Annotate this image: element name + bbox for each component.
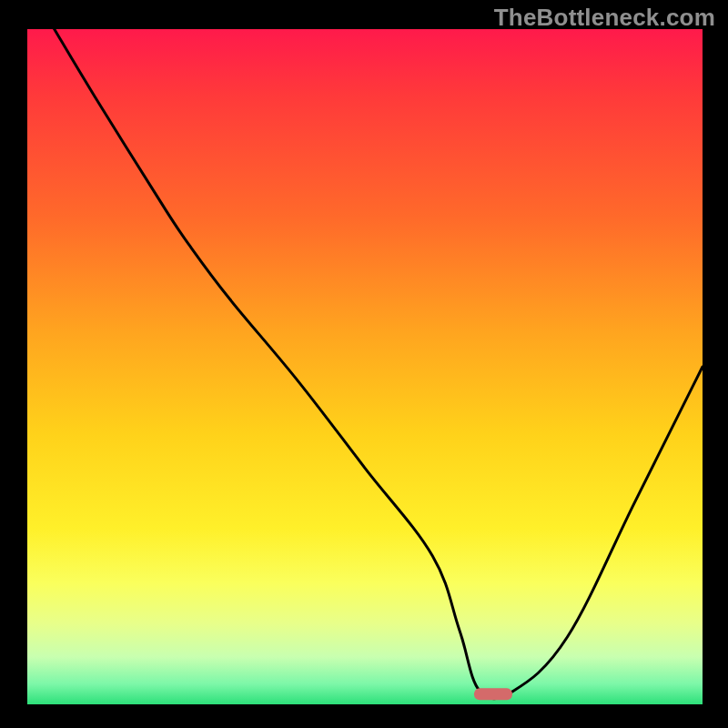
bottleneck-chart — [0, 0, 728, 728]
watermark-text: TheBottleneck.com — [494, 4, 715, 32]
optimal-point-marker — [474, 688, 512, 700]
chart-frame: { "watermark": "TheBottleneck.com", "cha… — [0, 0, 728, 728]
plot-background — [27, 29, 703, 704]
